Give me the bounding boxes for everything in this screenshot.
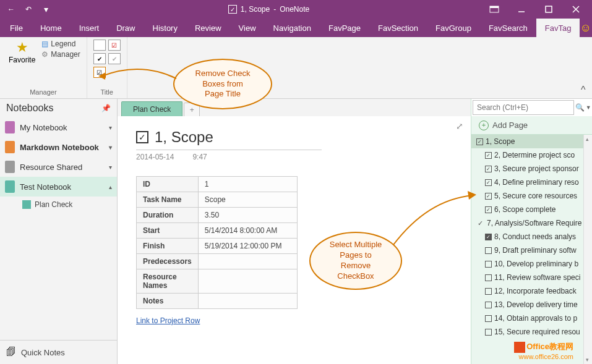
gear-icon: ⚙	[41, 50, 48, 59]
search-input[interactable]	[473, 100, 574, 115]
page-item[interactable]: 11, Review software speci	[471, 271, 592, 284]
notebooks-sidebar: Notebooks 📌 My Notebook▾ Markdown Notebo…	[0, 99, 118, 364]
prop-value[interactable]: 1	[198, 177, 297, 192]
manager-button[interactable]: ⚙Manager	[41, 50, 80, 59]
checkmark-black-button[interactable]: ✔	[93, 53, 106, 64]
notebook-markdown[interactable]: Markdown Notebook▾	[0, 137, 117, 157]
page-item[interactable]: 14, Obtain approvals to p	[471, 311, 592, 325]
qat-more[interactable]: ▾	[38, 2, 53, 17]
menu-insert[interactable]: Insert	[71, 19, 108, 37]
checkbox-filled-icon: ✓	[485, 234, 492, 240]
page-item[interactable]: 15, Secure required resou	[471, 325, 592, 339]
prop-value[interactable]	[198, 254, 297, 269]
chevron-down-icon: ▾	[109, 164, 112, 171]
star-icon: ★	[16, 41, 28, 54]
page-item[interactable]: ✓5, Secure core resources	[471, 189, 592, 203]
tab-plan-check[interactable]: Plan Check	[121, 101, 182, 116]
page-item-label: 8, Conduct needs analys	[494, 232, 576, 241]
manager-group-label: Manager	[6, 87, 80, 98]
menu-favpage[interactable]: FavPage	[320, 19, 369, 37]
checkbox-checked-icon: ✓	[485, 206, 492, 213]
page-item[interactable]: ✓6, Scope complete	[471, 203, 592, 216]
page-item[interactable]: ✓1, Scope	[471, 135, 592, 148]
page-item[interactable]: ✓8, Conduct needs analys	[471, 230, 592, 243]
menu-favsection[interactable]: FavSection	[369, 19, 427, 37]
page-item[interactable]: ✓2, Determine project sco	[471, 148, 592, 162]
page-title[interactable]: ✓ 1, Scope	[136, 129, 322, 150]
maximize-button[interactable]	[535, 0, 562, 19]
prop-value[interactable]: Scope	[198, 192, 297, 208]
page-item[interactable]: 12, Incorporate feedback	[471, 284, 592, 298]
prop-key: Start	[137, 223, 199, 239]
checkbox-empty-button[interactable]	[93, 40, 106, 51]
callout-select-multiple: Select Multiple Pages to Remove CheckBox	[309, 232, 402, 290]
ribbon-options-button[interactable]	[481, 0, 508, 19]
prop-value[interactable]	[198, 269, 297, 294]
search-icon[interactable]: 🔍	[575, 103, 585, 112]
favorite-button[interactable]: ★ Favorite	[6, 40, 38, 66]
section-plan-check[interactable]: Plan Check	[0, 197, 117, 213]
expand-icon[interactable]: ⤢	[456, 121, 463, 131]
add-page-button[interactable]: + Add Page	[471, 116, 592, 135]
checkmark-gray-button[interactable]: ✔	[108, 53, 121, 64]
page-item-label: 7, Analysis/Software Require	[487, 219, 581, 227]
menu-history[interactable]: History	[144, 19, 186, 37]
callout-remove-checkboxes: Remove Check Boxes from Page Title	[173, 59, 272, 109]
legend-button[interactable]: ▤Legend	[41, 40, 80, 48]
menu-home[interactable]: Home	[32, 19, 71, 37]
menu-file[interactable]: File	[1, 19, 32, 37]
menu-view[interactable]: View	[230, 19, 265, 37]
page-item-label: 15, Secure required resou	[494, 328, 580, 336]
page-item-label: 6, Scope complete	[494, 205, 556, 214]
svg-rect-3	[546, 6, 552, 12]
undo-button[interactable]: ↶	[21, 2, 36, 17]
minimize-button[interactable]	[508, 0, 535, 19]
back-button[interactable]: ←	[4, 2, 19, 17]
checkbox-icon	[485, 288, 492, 295]
checkbox-checked-icon: ✓	[485, 193, 492, 200]
scrollbar[interactable]	[583, 135, 592, 364]
collapse-ribbon-button[interactable]: ^	[581, 85, 592, 98]
page-item-label: 9, Draft preliminary softw	[494, 246, 577, 255]
page-title-checkbox-icon: ✓	[136, 131, 148, 143]
notebook-test-notebook[interactable]: Test Notebook▴	[0, 177, 117, 197]
page-item[interactable]: ✓7, Analysis/Software Require	[471, 216, 592, 230]
prop-key: Resource Names	[137, 269, 199, 294]
menu-favgroup[interactable]: FavGroup	[427, 19, 480, 37]
page-item[interactable]: ✓3, Secure project sponsor	[471, 162, 592, 176]
feedback-smile-icon[interactable]: ☺	[580, 19, 591, 37]
page-item[interactable]: ✓4, Define preliminary reso	[471, 176, 592, 189]
page-item-label: 10, Develop preliminary b	[494, 260, 578, 268]
page-item[interactable]: 10, Develop preliminary b	[471, 257, 592, 271]
checkbox-icon	[485, 247, 492, 254]
section-icon	[22, 200, 31, 209]
checkbox-red-button[interactable]: ☑	[108, 40, 121, 51]
project-row-link[interactable]: Link to Project Row	[136, 316, 200, 325]
table-row: ID1	[137, 177, 298, 192]
page-item-label: 14, Obtain approvals to p	[494, 314, 577, 323]
close-button[interactable]	[562, 0, 590, 19]
page-item[interactable]: 9, Draft preliminary softw	[471, 243, 592, 257]
quick-notes-button[interactable]: 🗐 Quick Notes	[0, 340, 117, 364]
checkbox-icon	[485, 315, 492, 322]
menu-favtag[interactable]: FavTag	[536, 19, 580, 37]
pin-icon[interactable]: 📌	[101, 104, 111, 112]
page-item[interactable]: 13, Develop delivery time	[471, 298, 592, 311]
prop-value[interactable]	[198, 294, 297, 309]
notebook-resource-shared[interactable]: Resource Shared▾	[0, 157, 117, 177]
menu-favsearch[interactable]: FavSearch	[480, 19, 536, 37]
ribbon: ★ Favorite ▤Legend ⚙Manager Manager ☑ ✔ …	[0, 37, 592, 99]
page-item-label: 5, Secure core resources	[494, 192, 577, 200]
notebook-icon	[5, 141, 15, 153]
prop-value[interactable]: 5/14/2014 8:00:00 AM	[198, 223, 297, 239]
prop-key: Task Name	[137, 192, 199, 208]
notebook-my-notebook[interactable]: My Notebook▾	[0, 117, 117, 137]
checkbox-icon	[485, 329, 492, 336]
search-scope-dropdown[interactable]: ▼	[585, 104, 592, 111]
menu-draw[interactable]: Draw	[108, 19, 144, 37]
menu-navigation[interactable]: Navigation	[265, 19, 320, 37]
prop-value[interactable]: 5/19/2014 12:00:00 PM	[198, 239, 297, 254]
prop-value[interactable]: 3.50	[198, 208, 297, 223]
favorite-label: Favorite	[9, 56, 35, 64]
menu-review[interactable]: Review	[186, 19, 230, 37]
